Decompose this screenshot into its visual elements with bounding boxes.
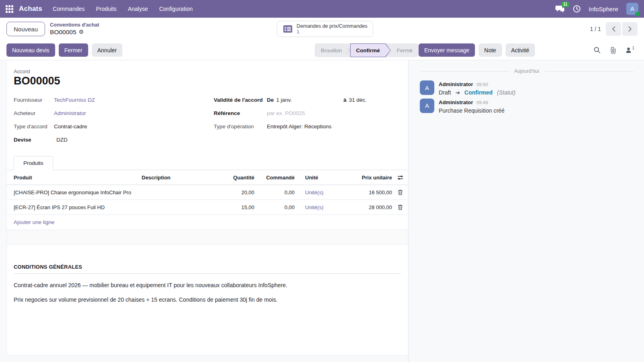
supplier-value[interactable]: TechFourniss DZ xyxy=(54,97,95,103)
operation-type-label: Type d'opération xyxy=(214,123,267,130)
supplier-label: Fournisseur xyxy=(14,97,54,103)
reference-input[interactable]: par ex. PO0025 xyxy=(267,110,305,116)
app-name[interactable]: Achats xyxy=(19,5,42,13)
pager-next-button[interactable] xyxy=(622,22,638,36)
add-line-link[interactable]: Ajouter une ligne xyxy=(7,215,408,230)
validity-label: Validité de l'accord xyxy=(214,97,267,103)
rfq-smart-button[interactable]: Demandes de prix/Commandes 1 xyxy=(277,21,373,37)
notebook-tabs: Produits xyxy=(7,156,408,170)
smart-button-label: Demandes de prix/Commandes xyxy=(297,23,367,29)
validity-from-field[interactable]: De1 janv. xyxy=(267,97,292,103)
action-bar: Nouveau devis Fermer Annuler Brouillon C… xyxy=(0,40,644,60)
chatter-panel: Aujourd'hui A Administrator 09:50 Draft … xyxy=(409,60,644,362)
pager-prev-button[interactable] xyxy=(606,22,621,36)
validity-to-label: à xyxy=(343,97,347,103)
messages-icon[interactable]: 11 xyxy=(555,4,565,13)
currency-value[interactable]: DZD xyxy=(54,137,68,143)
tab-produits[interactable]: Produits xyxy=(14,156,53,170)
activity-button[interactable]: Activité xyxy=(506,43,535,57)
company-name[interactable]: InfoSphere xyxy=(589,6,618,12)
new-button[interactable]: Nouveau xyxy=(6,22,45,36)
agreement-type-value[interactable]: Contrat-cadre xyxy=(54,123,87,130)
date-divider-label: Aujourd'hui xyxy=(514,68,539,74)
apps-grid-icon[interactable] xyxy=(6,5,13,13)
chatter-icons: 1 xyxy=(594,47,634,54)
message-author[interactable]: Administrator xyxy=(439,99,473,105)
attachments-button[interactable] xyxy=(610,47,616,54)
row-unit-price[interactable]: 28 000,00 xyxy=(335,204,392,210)
col-unit-price[interactable]: Prix unitaire xyxy=(335,175,392,181)
search-messages-button[interactable] xyxy=(594,47,601,53)
control-panel: Nouveau Conventions d'achat BO00005 ⚙ De… xyxy=(0,18,644,40)
form-sheet: Accord BO00005 Fournisseur TechFourniss … xyxy=(6,60,408,356)
menu-item-commandes[interactable]: Commandes xyxy=(53,6,85,12)
row-product[interactable]: [ECR-27] Écran IPS 27 pouces Full HD xyxy=(7,204,142,210)
menu-item-configuration[interactable]: Configuration xyxy=(159,6,192,12)
row-unit[interactable]: Unité(s) xyxy=(295,189,335,195)
top-navbar: Achats Commandes Produits Analyse Config… xyxy=(0,0,644,18)
settings-gear-icon[interactable]: ⚙ xyxy=(79,29,84,36)
list-icon xyxy=(283,24,293,34)
followers-button[interactable]: 1 xyxy=(625,47,634,53)
col-description[interactable]: Description xyxy=(142,175,206,181)
status-step-ferme[interactable]: Fermé xyxy=(391,43,419,57)
col-product[interactable]: Produit xyxy=(7,175,142,181)
optional-columns-button[interactable] xyxy=(397,175,403,180)
breadcrumb: Conventions d'achat BO00005 ⚙ xyxy=(50,22,99,36)
row-unit-price[interactable]: 16 500,00 xyxy=(335,189,392,195)
online-status-dot xyxy=(635,12,640,16)
buyer-label: Acheteur xyxy=(14,110,54,116)
validity-from-value: 1 janv. xyxy=(276,97,292,103)
chevron-right-icon xyxy=(628,26,632,32)
agreement-type-label: Type d'accord xyxy=(14,123,54,130)
send-message-button[interactable]: Envoyer message xyxy=(419,43,475,57)
products-table: Produit Description Quantité Commandé Un… xyxy=(7,170,408,245)
tracking-field-name: (Statut) xyxy=(497,89,516,96)
menu-item-produits[interactable]: Produits xyxy=(96,6,116,12)
agreement-name: BO00005 xyxy=(14,75,401,87)
user-avatar[interactable]: A xyxy=(626,3,638,15)
col-unit[interactable]: Unité xyxy=(295,175,335,181)
avatar-initial: A xyxy=(630,6,634,12)
col-quantity[interactable]: Quantité xyxy=(206,175,254,181)
terms-paragraph-2[interactable]: Prix negocies sur volume previsionnel de… xyxy=(14,296,401,303)
close-agreement-button[interactable]: Fermer xyxy=(59,43,88,57)
tracking-new-value: Confirmed xyxy=(464,89,493,96)
new-quote-button[interactable]: Nouveau devis xyxy=(6,43,55,57)
row-ordered[interactable]: 0,00 xyxy=(254,204,295,210)
buyer-value[interactable]: Administrator xyxy=(54,110,86,116)
table-row[interactable]: [ECR-27] Écran IPS 27 pouces Full HD 15,… xyxy=(7,200,408,215)
activities-clock-icon[interactable] xyxy=(573,5,581,13)
message-author[interactable]: Administrator xyxy=(439,81,473,87)
status-step-brouillon[interactable]: Brouillon xyxy=(315,43,348,57)
date-divider: Aujourd'hui xyxy=(420,68,634,74)
menu-item-analyse[interactable]: Analyse xyxy=(128,6,148,12)
row-product[interactable]: [CHAISE-PRO] Chaise ergonomique InfoChai… xyxy=(7,189,142,195)
message-time: 09:50 xyxy=(477,82,488,87)
col-ordered[interactable]: Commandé xyxy=(254,175,295,181)
log-note-button[interactable]: Note xyxy=(479,43,502,57)
chatter-message[interactable]: A Administrator 09:49 Purchase Requisiti… xyxy=(420,99,634,114)
table-row[interactable]: [CHAISE-PRO] Chaise ergonomique InfoChai… xyxy=(7,185,408,200)
cancel-button[interactable]: Annuler xyxy=(92,43,122,57)
breadcrumb-parent[interactable]: Conventions d'achat xyxy=(50,22,99,29)
row-unit[interactable]: Unité(s) xyxy=(295,204,335,210)
pager-count: 1 / 1 xyxy=(590,26,601,32)
delete-row-button[interactable] xyxy=(398,189,403,195)
chatter-controls: Envoyer message Note Activité xyxy=(419,43,535,57)
delete-row-button[interactable] xyxy=(398,204,403,210)
chatter-message[interactable]: A Administrator 09:50 Draft ➔ Confirmed … xyxy=(420,80,634,96)
messages-count-badge: 11 xyxy=(561,2,570,7)
row-ordered[interactable]: 0,00 xyxy=(254,189,295,195)
status-step-confirme-active[interactable]: Confirmé xyxy=(350,43,391,57)
follower-person-icon xyxy=(625,47,632,53)
operation-type-value[interactable]: Entrepôt Alger: Réceptions xyxy=(267,123,332,130)
sliders-icon xyxy=(397,175,403,180)
terms-paragraph-1[interactable]: Contrat-cadre annuel 2026 — mobilier bur… xyxy=(14,282,401,288)
status-step-confirme-label: Confirmé xyxy=(351,44,390,57)
validity-to-field[interactable]: à31 déc. xyxy=(343,97,367,103)
row-quantity[interactable]: 20,00 xyxy=(206,189,254,195)
form-sheet-area: Accord BO00005 Fournisseur TechFourniss … xyxy=(0,60,409,362)
validity-from-label: De xyxy=(267,97,274,103)
row-quantity[interactable]: 15,00 xyxy=(206,204,254,210)
